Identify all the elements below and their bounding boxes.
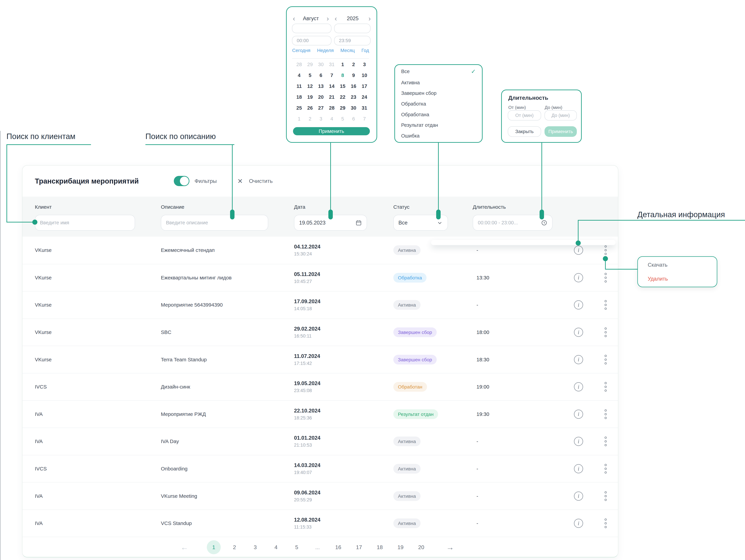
date-from-input[interactable] [292, 24, 331, 33]
calendar-quick-link[interactable]: Месяц [341, 48, 355, 53]
calendar-day[interactable]: 6 [316, 70, 326, 81]
calendar-day[interactable]: 20 [316, 92, 326, 103]
calendar-day[interactable]: 5 [304, 70, 316, 81]
calendar-day[interactable]: 2 [348, 59, 359, 70]
calendar-day[interactable]: 4 [326, 113, 337, 124]
page-number[interactable]: 18 [369, 540, 390, 554]
page-number[interactable]: 5 [286, 540, 307, 554]
kebab-menu-icon[interactable] [605, 436, 607, 446]
status-option[interactable]: Обработка [401, 101, 476, 107]
page-number[interactable]: 16 [328, 540, 349, 554]
calendar-quick-link[interactable]: Сегодня [292, 48, 310, 53]
calendar-day[interactable]: 1 [294, 113, 304, 124]
client-search-input[interactable] [35, 215, 135, 231]
kebab-menu-icon[interactable] [605, 519, 607, 528]
kebab-menu-icon[interactable] [605, 327, 607, 337]
next-year-icon[interactable]: › [368, 15, 371, 22]
kebab-menu-icon[interactable] [605, 300, 607, 310]
filters-toggle[interactable] [174, 176, 189, 186]
calendar-day[interactable]: 7 [359, 113, 370, 124]
calendar-day[interactable]: 16 [348, 81, 359, 92]
calendar-day[interactable]: 28 [294, 59, 304, 70]
page-number[interactable]: 17 [349, 540, 369, 554]
prev-month-icon[interactable]: ‹ [293, 15, 295, 22]
calendar-day[interactable]: 7 [326, 70, 337, 81]
calendar-day[interactable]: 9 [348, 70, 359, 81]
calendar-day[interactable]: 11 [294, 81, 304, 92]
delete-menu-item[interactable]: Удалить [648, 276, 668, 282]
kebab-menu-icon[interactable] [605, 245, 607, 255]
time-from-input[interactable] [292, 36, 331, 45]
date-to-input[interactable] [334, 24, 370, 33]
calendar-day[interactable]: 22 [337, 92, 348, 103]
calendar-day[interactable]: 31 [326, 59, 337, 70]
calendar-day[interactable]: 14 [326, 81, 337, 92]
page-number[interactable]: 4 [266, 540, 286, 554]
calendar-day[interactable]: 30 [316, 59, 326, 70]
calendar-day[interactable]: 28 [326, 103, 337, 113]
calendar-day[interactable]: 12 [304, 81, 316, 92]
calendar-day[interactable]: 5 [337, 113, 348, 124]
info-icon[interactable]: i [574, 300, 583, 310]
info-icon[interactable]: i [574, 355, 583, 364]
calendar-day[interactable]: 15 [337, 81, 348, 92]
page-number[interactable]: ... [307, 540, 328, 554]
calendar-day[interactable]: 17 [359, 81, 370, 92]
calendar-day[interactable]: 1 [337, 59, 348, 70]
info-icon[interactable]: i [574, 246, 583, 255]
status-option[interactable]: Результат отдан [401, 123, 476, 128]
info-icon[interactable]: i [574, 519, 583, 528]
calendar-day[interactable]: 25 [294, 103, 304, 113]
page-number[interactable]: 19 [390, 540, 411, 554]
description-search-input[interactable] [161, 215, 268, 231]
info-icon[interactable]: i [574, 410, 583, 419]
next-month-icon[interactable]: › [327, 15, 329, 22]
next-page-icon[interactable]: → [445, 537, 456, 557]
calendar-day[interactable]: 13 [316, 81, 326, 92]
status-option[interactable]: Все ✓ [401, 68, 476, 75]
prev-page-icon[interactable]: ← [179, 537, 190, 557]
info-icon[interactable]: i [574, 328, 583, 337]
info-icon[interactable]: i [574, 491, 583, 501]
duration-apply-button[interactable]: Применить [545, 126, 577, 137]
clear-button[interactable]: Очистить [249, 166, 272, 197]
info-icon[interactable]: i [574, 464, 583, 473]
info-icon[interactable]: i [574, 382, 583, 391]
calendar-quick-link[interactable]: Год [361, 48, 369, 53]
calendar-day[interactable]: 19 [304, 92, 316, 103]
calendar-day[interactable]: 24 [359, 92, 370, 103]
calendar-day[interactable]: 18 [294, 92, 304, 103]
kebab-menu-icon[interactable] [605, 409, 607, 419]
calendar-apply-button[interactable]: Применить [293, 127, 370, 135]
kebab-menu-icon[interactable] [605, 355, 607, 364]
calendar-day[interactable]: 3 [316, 113, 326, 124]
page-number[interactable]: 2 [224, 540, 245, 554]
kebab-menu-icon[interactable] [605, 382, 607, 392]
duration-to-input[interactable] [545, 110, 577, 120]
download-menu-item[interactable]: Скачать [648, 262, 668, 268]
calendar-day[interactable]: 29 [304, 59, 316, 70]
prev-year-icon[interactable]: ‹ [335, 15, 337, 22]
status-option[interactable]: Ошибка [401, 133, 476, 139]
calendar-quick-link[interactable]: Неделя [317, 48, 334, 53]
calendar-day[interactable]: 10 [359, 70, 370, 81]
calendar-day[interactable]: 8 [337, 70, 348, 81]
calendar-day[interactable]: 27 [316, 103, 326, 113]
status-option[interactable]: Завершен сбор [401, 91, 476, 96]
calendar-day[interactable]: 30 [348, 103, 359, 113]
calendar-day[interactable]: 23 [348, 92, 359, 103]
calendar-day[interactable]: 6 [348, 113, 359, 124]
status-option[interactable]: Активна [401, 80, 476, 85]
duration-from-input[interactable] [508, 110, 541, 120]
duration-close-button[interactable]: Закрыть [508, 126, 541, 137]
time-to-input[interactable] [334, 36, 370, 45]
calendar-day[interactable]: 4 [294, 70, 304, 81]
page-number[interactable]: 1 [203, 540, 224, 554]
clear-icon[interactable]: ✕ [237, 166, 243, 197]
kebab-menu-icon[interactable] [605, 464, 607, 474]
status-option[interactable]: Обработана [401, 112, 476, 117]
info-icon[interactable]: i [574, 437, 583, 446]
calendar-day[interactable]: 21 [326, 92, 337, 103]
calendar-day[interactable]: 29 [337, 103, 348, 113]
calendar-day[interactable]: 26 [304, 103, 316, 113]
